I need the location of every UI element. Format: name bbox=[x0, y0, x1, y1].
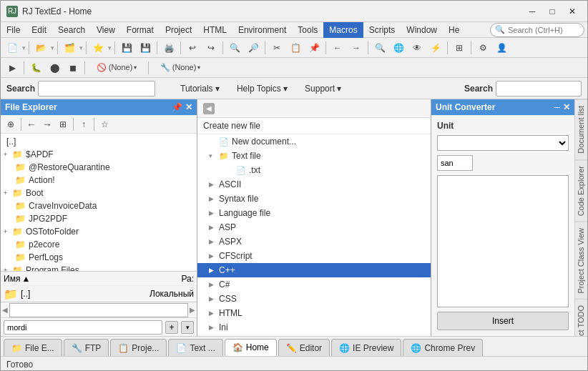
path-scroll-right[interactable]: ▶ bbox=[190, 306, 195, 314]
forward-button[interactable]: → bbox=[348, 40, 365, 56]
save-button[interactable]: 💾 bbox=[118, 40, 135, 56]
unit-insert-button[interactable]: Insert bbox=[437, 312, 569, 330]
list-item-ini[interactable]: ▶ Ini bbox=[197, 320, 431, 335]
find-button[interactable]: 🔍 bbox=[226, 40, 243, 56]
menu-file[interactable]: File bbox=[1, 22, 26, 38]
list-item-txt[interactable]: 📄 .txt bbox=[197, 163, 431, 177]
tree-item-jpg2pdf[interactable]: 📁 JPG2PDF bbox=[1, 212, 197, 225]
path-input[interactable] bbox=[4, 320, 162, 335]
menu-project[interactable]: Project bbox=[160, 22, 197, 38]
unit-close-icon[interactable]: ✕ bbox=[563, 102, 570, 112]
bottom-tab-home[interactable]: 🏠 Home bbox=[225, 339, 277, 356]
tree-item-p2ecore[interactable]: 📁 p2ecore bbox=[1, 238, 197, 251]
tree-item-boot[interactable]: + 📁 Boot bbox=[1, 187, 197, 199]
fe-up-btn[interactable]: ↑ bbox=[77, 117, 91, 132]
undo-button[interactable]: ↩ bbox=[184, 40, 201, 56]
side-tab-project-todo[interactable]: Project TODO bbox=[575, 299, 587, 336]
pin-icon[interactable]: 📌 bbox=[172, 102, 182, 112]
open-file-button[interactable]: 📂 bbox=[32, 40, 49, 56]
macro-button[interactable]: ⚙ bbox=[474, 40, 491, 56]
menu-scripts[interactable]: Scripts bbox=[363, 22, 401, 38]
bottom-tab-chrome-preview[interactable]: 🌐 Chrome Prev bbox=[403, 339, 483, 356]
list-item-html[interactable]: ▶ HTML bbox=[197, 306, 431, 320]
list-item-java[interactable]: ▶ Java bbox=[197, 335, 431, 336]
menu-macros[interactable]: Macros bbox=[323, 22, 363, 38]
bottom-tab-ie-preview[interactable]: 🌐 IE Preview bbox=[331, 339, 401, 356]
tree-item-action[interactable]: 📁 Action! bbox=[1, 174, 197, 187]
debug-button[interactable]: 🐛 bbox=[27, 60, 44, 76]
fe-forward-btn[interactable]: → bbox=[40, 117, 54, 132]
menu-tools[interactable]: Tools bbox=[292, 22, 323, 38]
list-item-asp[interactable]: ▶ ASP bbox=[197, 220, 431, 234]
new-file-button[interactable]: 📄 bbox=[4, 40, 21, 56]
tree-item-restore[interactable]: 📁 @RestoreQuarantine bbox=[1, 161, 197, 174]
nav-tab-help-topics[interactable]: Help Topics ▾ bbox=[229, 80, 295, 97]
list-item-aspx[interactable]: ▶ ASPX bbox=[197, 234, 431, 249]
tree-item-back[interactable]: [..] bbox=[1, 135, 197, 148]
menu-view[interactable]: View bbox=[91, 22, 121, 38]
sync-button[interactable]: ⚡ bbox=[427, 40, 444, 56]
list-item-cpp[interactable]: ▶ C++ bbox=[197, 263, 431, 277]
unit-type-select[interactable] bbox=[437, 135, 569, 151]
redo-button[interactable]: ↪ bbox=[202, 40, 220, 56]
bottom-tab-editor[interactable]: ✏️ Editor bbox=[278, 339, 330, 356]
none-dropdown1[interactable]: 🚫 (None)▾ bbox=[88, 60, 145, 76]
menu-edit[interactable]: Edit bbox=[26, 22, 52, 38]
encode-button[interactable]: ⊞ bbox=[451, 40, 468, 56]
back-button[interactable]: ← bbox=[329, 40, 346, 56]
scan-button[interactable]: 🔎 bbox=[245, 40, 262, 56]
global-search-input[interactable] bbox=[508, 26, 579, 34]
view-button[interactable]: 👁 bbox=[408, 40, 426, 56]
save-all-button[interactable]: 💾 bbox=[137, 40, 154, 56]
unit-pin-icon[interactable]: ─ bbox=[554, 102, 560, 112]
list-item-language[interactable]: ▶ Language file bbox=[197, 206, 431, 220]
tree-item-sapdf[interactable]: + 📁 $APDF bbox=[1, 148, 197, 161]
fe-grid-btn[interactable]: ⊞ bbox=[56, 117, 70, 132]
list-item-syntax[interactable]: ▶ Syntax file bbox=[197, 192, 431, 206]
side-tab-document-list[interactable]: Document list bbox=[575, 99, 587, 159]
path-scroll-left[interactable]: ◀ bbox=[2, 306, 8, 314]
copy-button[interactable]: 📋 bbox=[287, 40, 304, 56]
minimize-button[interactable]: ─ bbox=[523, 4, 542, 19]
list-item-csharp[interactable]: ▶ C# bbox=[197, 277, 431, 292]
cut-button[interactable]: ✂ bbox=[268, 40, 285, 56]
zoom-button[interactable]: 🔍 bbox=[371, 40, 388, 56]
tree-item-perflogs[interactable]: 📁 PerfLogs bbox=[1, 251, 197, 264]
nav-tab-tutorials[interactable]: Tutorials ▾ bbox=[172, 80, 227, 97]
tree-item-crave[interactable]: 📁 CraveInvoiceData bbox=[1, 199, 197, 212]
favorites-button[interactable]: ⭐ bbox=[89, 40, 107, 56]
middle-collapse-left[interactable]: ◀ bbox=[203, 103, 215, 114]
paste-button[interactable]: 📌 bbox=[305, 40, 323, 56]
unit-value-input[interactable] bbox=[437, 155, 473, 171]
fe-new-btn[interactable]: ⊕ bbox=[4, 117, 18, 132]
search-left-input[interactable] bbox=[38, 81, 155, 97]
menu-window[interactable]: Window bbox=[401, 22, 443, 38]
search-right-input[interactable] bbox=[496, 81, 582, 97]
print-button[interactable]: 🖨️ bbox=[160, 40, 177, 56]
menu-help[interactable]: He bbox=[443, 22, 465, 38]
fe-star-btn[interactable]: ☆ bbox=[97, 117, 112, 132]
path-add-button[interactable]: + bbox=[165, 321, 178, 334]
close-button[interactable]: ✕ bbox=[563, 4, 582, 19]
path-dropdown-button[interactable]: ▾ bbox=[181, 321, 194, 334]
run-button[interactable]: ▶ bbox=[4, 60, 21, 76]
side-tab-project-class-view[interactable]: Project Class View bbox=[575, 222, 587, 300]
none-dropdown2[interactable]: 🔧 (None)▾ bbox=[152, 60, 209, 76]
nav-tab-support[interactable]: Support ▾ bbox=[297, 80, 349, 97]
tree-item-ostoto[interactable]: + 📁 OSTotoFolder bbox=[1, 225, 197, 238]
fe-close-icon[interactable]: ✕ bbox=[185, 102, 192, 112]
bottom-tab-text[interactable]: 📄 Text ... bbox=[168, 339, 222, 356]
toolbar2-btn2[interactable]: ⬤ bbox=[46, 60, 63, 76]
tree-item-programfiles[interactable]: + 📁 Program Files bbox=[1, 264, 197, 271]
list-item-ascii[interactable]: ▶ ASCII bbox=[197, 177, 431, 192]
side-tab-code-explorer[interactable]: Code Explorer bbox=[575, 159, 587, 222]
bottom-tab-ftp[interactable]: 🔧 FTP bbox=[64, 339, 109, 356]
menu-environment[interactable]: Environment bbox=[232, 22, 292, 38]
bottom-tab-project[interactable]: 📋 Proje... bbox=[110, 339, 167, 356]
list-item-new-document[interactable]: 📄 New document... bbox=[197, 134, 431, 149]
toolbar2-btn3[interactable]: ◼ bbox=[64, 60, 82, 76]
list-item-css[interactable]: ▶ CSS bbox=[197, 292, 431, 306]
fe-back-btn[interactable]: ← bbox=[24, 117, 39, 132]
bottom-tab-file-explorer[interactable]: 📁 File E... bbox=[4, 339, 62, 356]
maximize-button[interactable]: □ bbox=[543, 4, 562, 19]
